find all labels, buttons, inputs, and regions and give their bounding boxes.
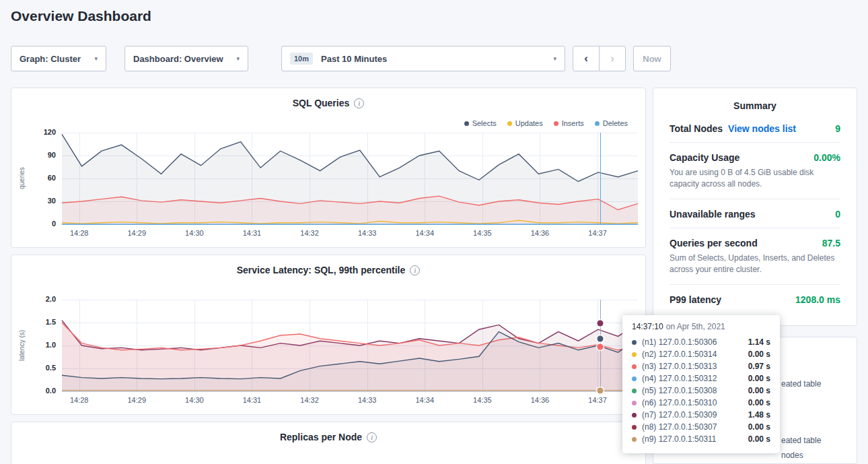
chevron-down-icon: ▾ bbox=[94, 55, 98, 62]
legend-dot bbox=[554, 121, 558, 126]
node-label: (n3) 127.0.0.1:50313 bbox=[642, 362, 717, 371]
dashboard-dropdown[interactable]: Dashboard: Overview ▾ bbox=[124, 46, 248, 71]
tooltip-header: 14:37:10 on Apr 5th, 2021 bbox=[632, 322, 770, 331]
sql-queries-plot[interactable]: 14:2814:2914:3014:3114:3214:3314:3414:35… bbox=[62, 133, 638, 224]
capacity-description: You are using 0 B of 4.5 GiB usable disk… bbox=[670, 167, 840, 191]
time-range-picker[interactable]: 10m Past 10 Minutes ▾ bbox=[281, 46, 565, 71]
info-icon[interactable]: i bbox=[354, 98, 364, 108]
node-label: (n2) 127.0.0.1:50314 bbox=[642, 350, 717, 359]
chart-tooltip: 14:37:10 on Apr 5th, 2021 (n1) 127.0.0.1… bbox=[622, 315, 780, 453]
service-latency-card: Service Latency: SQL, 99th percentile i … bbox=[11, 255, 646, 415]
tooltip-row: (n6) 127.0.0.1:50310 0.00 s bbox=[632, 397, 770, 409]
y-tick-label: 2.0 bbox=[29, 295, 56, 303]
x-tick-label: 14:36 bbox=[531, 396, 550, 404]
tooltip-row: (n5) 127.0.0.1:50308 0.00 s bbox=[632, 385, 770, 397]
time-next-button[interactable]: › bbox=[599, 46, 626, 71]
legend-item-updates[interactable]: Updates bbox=[507, 119, 543, 127]
node-color-dot bbox=[632, 364, 637, 369]
legend-label: Updates bbox=[515, 119, 543, 127]
tooltip-time: 14:37:10 bbox=[632, 322, 663, 331]
x-tick-label: 14:35 bbox=[473, 396, 492, 404]
y-tick-label: 0.0 bbox=[29, 387, 56, 395]
node-value: 0.00 s bbox=[748, 398, 770, 407]
crosshair-dot bbox=[598, 321, 604, 327]
replicas-per-node-title: Replicas per Node i bbox=[11, 432, 645, 442]
event-text-fragment: nodes bbox=[781, 451, 803, 460]
info-icon[interactable]: i bbox=[410, 265, 420, 275]
x-tick-label: 14:33 bbox=[358, 396, 377, 404]
x-tick-label: 14:29 bbox=[128, 229, 147, 237]
crosshair-dot bbox=[598, 344, 604, 350]
graph-dropdown[interactable]: Graph: Cluster ▾ bbox=[11, 46, 106, 71]
x-tick-label: 14:28 bbox=[70, 396, 89, 404]
node-value: 0.00 s bbox=[748, 350, 770, 359]
tooltip-row: (n2) 127.0.0.1:50314 0.00 s bbox=[632, 348, 770, 360]
legend-dot bbox=[464, 121, 469, 126]
node-value: 1.48 s bbox=[748, 410, 770, 420]
y-axis-label: queries bbox=[17, 133, 26, 224]
chevron-down-icon: ▾ bbox=[236, 55, 240, 62]
node-value: 0.00 s bbox=[748, 434, 770, 444]
node-label: (n5) 127.0.0.1:50308 bbox=[642, 386, 717, 395]
legend-item-deletes[interactable]: Deletes bbox=[595, 119, 628, 127]
sql-queries-card: SQL Queries i Selects Updates Inserts De… bbox=[11, 88, 646, 248]
service-latency-plot[interactable]: 14:2814:2914:3014:3114:3214:3314:3414:35… bbox=[62, 300, 638, 391]
legend-item-inserts[interactable]: Inserts bbox=[554, 119, 584, 127]
y-tick-label: 1.0 bbox=[29, 341, 56, 349]
y-tick-label: 0.5 bbox=[29, 364, 56, 372]
total-nodes-label: Total Nodes bbox=[670, 123, 723, 134]
x-tick-label: 14:37 bbox=[588, 229, 607, 237]
page-title: Overview Dashboard bbox=[11, 8, 151, 24]
x-tick-label: 14:30 bbox=[185, 229, 204, 237]
legend-dot bbox=[507, 121, 512, 126]
y-axis-label: latency (s) bbox=[17, 300, 26, 391]
x-tick-label: 14:37 bbox=[588, 396, 607, 404]
qps-value: 87.5 bbox=[822, 238, 840, 248]
y-tick-label: 30 bbox=[29, 197, 56, 205]
node-color-dot bbox=[632, 413, 637, 418]
unavailable-ranges-value: 0 bbox=[835, 209, 840, 220]
tooltip-row: (n1) 127.0.0.1:50306 1.14 s bbox=[632, 336, 770, 348]
chevron-left-icon: ‹ bbox=[584, 52, 588, 65]
x-tick-label: 14:36 bbox=[531, 229, 550, 237]
replicas-per-node-card: Replicas per Node i bbox=[11, 422, 646, 464]
overview-dashboard-page: Overview Dashboard Graph: Cluster ▾ Dash… bbox=[0, 0, 868, 464]
node-label: (n6) 127.0.0.1:50310 bbox=[642, 398, 717, 407]
node-color-dot bbox=[632, 437, 637, 442]
chart-title-text: SQL Queries bbox=[293, 98, 350, 108]
crosshair-line bbox=[600, 133, 601, 224]
node-value: 0.97 s bbox=[748, 362, 770, 371]
x-tick-label: 14:32 bbox=[300, 229, 319, 237]
node-color-dot bbox=[632, 389, 637, 393]
crosshair-dot bbox=[598, 387, 604, 393]
now-button[interactable]: Now bbox=[633, 46, 671, 71]
legend-item-selects[interactable]: Selects bbox=[464, 119, 497, 127]
node-color-dot bbox=[632, 340, 637, 345]
x-tick-label: 14:34 bbox=[416, 396, 435, 404]
tooltip-date: on Apr 5th, 2021 bbox=[666, 322, 725, 331]
x-tick-label: 14:31 bbox=[243, 229, 262, 237]
node-label: (n4) 127.0.0.1:50312 bbox=[642, 374, 717, 383]
legend-label: Inserts bbox=[562, 119, 584, 127]
dashboard-dropdown-label: Dashboard: Overview bbox=[133, 54, 223, 64]
view-nodes-list-link[interactable]: View nodes list bbox=[728, 123, 796, 134]
y-tick-label: 0 bbox=[29, 220, 56, 228]
total-nodes-value: 9 bbox=[835, 123, 840, 134]
node-value: 0.00 s bbox=[748, 374, 770, 383]
node-label: (n8) 127.0.0.1:50307 bbox=[642, 422, 717, 432]
x-tick-label: 14:32 bbox=[300, 396, 319, 404]
x-tick-label: 14:29 bbox=[128, 396, 147, 404]
time-prev-button[interactable]: ‹ bbox=[573, 46, 600, 71]
x-tick-label: 14:34 bbox=[416, 229, 435, 237]
qps-description: Sum of Selects, Updates, Inserts, and De… bbox=[670, 253, 840, 276]
summary-row-total-nodes: Total Nodes View nodes list 9 bbox=[670, 114, 840, 142]
x-tick-label: 14:33 bbox=[358, 229, 377, 237]
info-icon[interactable]: i bbox=[367, 432, 377, 442]
legend-label: Deletes bbox=[603, 119, 628, 127]
service-latency-title: Service Latency: SQL, 99th percentile i bbox=[11, 265, 645, 275]
y-tick-label: 90 bbox=[29, 151, 56, 159]
chart-title-text: Service Latency: SQL, 99th percentile bbox=[237, 265, 406, 275]
x-tick-label: 14:31 bbox=[243, 396, 262, 404]
node-value: 0.00 s bbox=[748, 422, 770, 432]
time-range-badge: 10m bbox=[290, 53, 313, 65]
